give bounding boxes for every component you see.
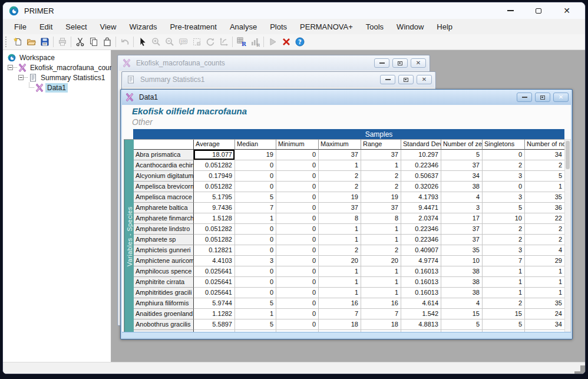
cell[interactable]: 35	[525, 192, 565, 203]
column-header-maximum[interactable]: Maximum	[319, 140, 361, 150]
window-title-bar[interactable]: Summary Statistics1 ✕	[123, 72, 434, 87]
cell[interactable]: 1.542	[401, 309, 441, 319]
cell[interactable]: 3	[483, 192, 525, 203]
cell[interactable]: 1	[319, 160, 361, 171]
cell[interactable]: 2	[483, 235, 525, 245]
row-header[interactable]: Amphicteis gunneri	[134, 245, 194, 256]
cell[interactable]: 8	[361, 213, 401, 224]
cell[interactable]: 17	[441, 213, 483, 224]
cell[interactable]: 0.22346	[401, 160, 441, 171]
cell[interactable]: 38	[441, 182, 483, 192]
window-maximize-button[interactable]	[533, 5, 544, 16]
cell[interactable]: 1	[483, 288, 525, 298]
cell[interactable]: 4.4103	[194, 256, 235, 266]
cell[interactable]: 1	[361, 224, 401, 235]
cell[interactable]: 10	[483, 213, 525, 224]
cell[interactable]: 37	[319, 150, 361, 160]
cell[interactable]: 2	[525, 224, 565, 235]
menu-permanova-[interactable]: PERMANOVA+	[293, 21, 359, 33]
cell[interactable]: 2	[483, 224, 525, 235]
cell[interactable]: 0.32026	[401, 182, 441, 192]
row-header[interactable]: Amphitritides gracili	[134, 288, 194, 298]
save-button[interactable]	[38, 35, 51, 48]
cell[interactable]: 0	[235, 277, 276, 288]
cell[interactable]: 1	[319, 235, 361, 245]
cell[interactable]: 0	[276, 171, 319, 182]
cell[interactable]: 9.4471	[401, 203, 441, 213]
cell[interactable]: 2	[361, 171, 401, 182]
cell[interactable]: 37	[319, 203, 361, 213]
cell[interactable]: 37	[441, 224, 483, 235]
cell[interactable]: 1	[483, 266, 525, 277]
cell[interactable]: 5.1795	[194, 192, 235, 203]
cell[interactable]: 0	[235, 224, 276, 235]
cell[interactable]: 0	[483, 182, 525, 192]
row-header[interactable]: Amphilocus spence	[134, 266, 194, 277]
menu-pre-treatment[interactable]: Pre-treatment	[163, 21, 223, 33]
cell[interactable]: 0.025641	[194, 277, 235, 288]
run-r-button[interactable]: R	[234, 35, 248, 48]
cell[interactable]: 0.051282	[194, 182, 235, 192]
cell[interactable]: 0.16013	[401, 277, 441, 288]
cell[interactable]: 0	[276, 309, 319, 319]
vertical-scrollbar-thumb[interactable]	[566, 141, 570, 169]
cell[interactable]: 7	[483, 256, 525, 266]
menu-file[interactable]: File	[8, 21, 33, 33]
cell[interactable]: 0	[235, 182, 276, 192]
column-header-number-of-no[interactable]: Number of no	[525, 140, 565, 150]
cell[interactable]: 2	[319, 245, 361, 256]
horizontal-scrollbar[interactable]	[122, 332, 571, 338]
cell[interactable]: 4	[441, 192, 483, 203]
cell[interactable]: 19	[361, 192, 401, 203]
cell[interactable]: 0	[276, 182, 319, 192]
cell[interactable]: 5.5897	[194, 319, 235, 330]
paste-button[interactable]	[100, 35, 114, 48]
cell[interactable]: 0	[276, 224, 319, 235]
maximize-button[interactable]	[535, 93, 550, 102]
cell[interactable]: 1	[361, 277, 401, 288]
cell[interactable]: 1	[361, 288, 401, 298]
cell[interactable]: 0	[276, 319, 319, 330]
cell[interactable]: 0.16013	[401, 288, 441, 298]
cell[interactable]: 0.051282	[194, 235, 235, 245]
cell[interactable]: 0	[276, 266, 319, 277]
cell[interactable]: 4.1793	[401, 192, 441, 203]
cell[interactable]: 0.17949	[194, 171, 235, 182]
cell[interactable]: 0.051282	[194, 224, 235, 235]
window-close-button[interactable]: ✕	[561, 5, 572, 16]
copy-button[interactable]	[87, 35, 100, 48]
cell[interactable]: 0	[235, 235, 276, 245]
cell[interactable]: 5	[441, 319, 483, 330]
cell[interactable]: 20	[361, 256, 401, 266]
column-header-minimum[interactable]: Minimum	[276, 140, 319, 150]
cell[interactable]: 1	[319, 224, 361, 235]
column-header-average[interactable]: Average	[194, 140, 235, 150]
window-minimize-button[interactable]	[505, 5, 516, 16]
cell[interactable]: 0.12821	[194, 245, 235, 256]
cell[interactable]: 0	[235, 160, 276, 171]
row-header[interactable]: Amphictene auricom	[134, 256, 194, 266]
cell[interactable]: 3	[483, 245, 525, 256]
tree-item-summary-statistics1[interactable]: Summary Statistics1	[3, 72, 111, 83]
cell[interactable]: 0.40907	[401, 245, 441, 256]
cut-button[interactable]	[73, 35, 87, 48]
cell[interactable]: 7	[361, 309, 401, 319]
close-button[interactable]: ✕	[553, 93, 569, 102]
cell[interactable]: 1	[235, 309, 276, 319]
tree-item-workspace[interactable]: Workspace	[3, 52, 111, 62]
minimize-button[interactable]	[517, 93, 532, 102]
cell[interactable]: 2	[361, 245, 401, 256]
cell[interactable]: 5	[235, 298, 276, 309]
cell[interactable]: 37	[361, 150, 401, 160]
cell[interactable]: 0	[235, 245, 276, 256]
row-header[interactable]: Ampharete sp	[134, 235, 194, 245]
cell[interactable]: 0.50637	[401, 171, 441, 182]
cell[interactable]: 5	[235, 192, 276, 203]
tree-item-ekofisk-macrofauna-counts[interactable]: Ekofisk_macrofauna_counts	[3, 62, 111, 72]
row-header[interactable]: Ampelisca macroce	[134, 192, 194, 203]
row-header[interactable]: Ampharete finmarch	[134, 213, 194, 224]
cell[interactable]: 3	[441, 203, 483, 213]
cell[interactable]: 0	[276, 213, 319, 224]
minimize-button[interactable]	[380, 75, 395, 84]
cell[interactable]: 1	[525, 288, 565, 298]
